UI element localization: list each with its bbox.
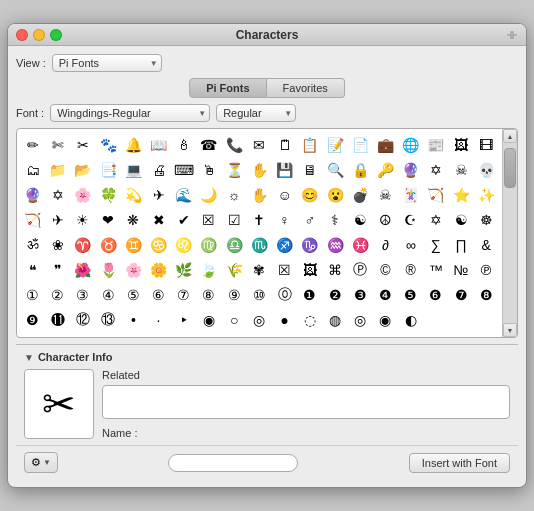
- char-cell[interactable]: ♐: [272, 232, 297, 257]
- char-cell[interactable]: ⚕: [323, 207, 348, 232]
- char-cell[interactable]: ②: [45, 282, 70, 307]
- char-cell[interactable]: ⭐: [449, 182, 474, 207]
- char-cell[interactable]: ♑: [297, 232, 322, 257]
- scroll-thumb[interactable]: [504, 148, 516, 188]
- char-cell[interactable]: ♓: [348, 232, 373, 257]
- char-cell[interactable]: ♌: [171, 232, 196, 257]
- char-cell[interactable]: ™: [423, 257, 448, 282]
- char-cell[interactable]: 📂: [70, 157, 95, 182]
- char-cell[interactable]: 💫: [121, 182, 146, 207]
- tab-pi-fonts[interactable]: Pi Fonts: [189, 78, 266, 98]
- char-cell[interactable]: ‣: [171, 307, 196, 332]
- char-cell[interactable]: ☪: [398, 207, 423, 232]
- char-cell[interactable]: 📁: [45, 157, 70, 182]
- char-cell[interactable]: ☎: [196, 132, 221, 157]
- char-cell[interactable]: ✔: [171, 207, 196, 232]
- char-cell[interactable]: 📄: [348, 132, 373, 157]
- char-cell[interactable]: 🕯: [171, 132, 196, 157]
- char-cell[interactable]: 🌸: [70, 182, 95, 207]
- char-cell[interactable]: 🌼: [146, 257, 171, 282]
- char-cell[interactable]: ✈: [45, 207, 70, 232]
- char-cell[interactable]: ♉: [96, 232, 121, 257]
- char-cell[interactable]: ∑: [423, 232, 448, 257]
- gear-settings-button[interactable]: ⚙ ▼: [24, 452, 58, 473]
- search-input[interactable]: [168, 454, 298, 472]
- char-cell[interactable]: 🗂: [20, 157, 45, 182]
- char-cell[interactable]: 🌐: [398, 132, 423, 157]
- char-cell[interactable]: ⓪: [272, 282, 297, 307]
- char-cell[interactable]: ❾: [20, 307, 45, 332]
- font-select[interactable]: Wingdings-Regular Wingdings 2 Wingdings …: [50, 104, 210, 122]
- char-cell[interactable]: ∞: [398, 232, 423, 257]
- char-cell[interactable]: ❸: [348, 282, 373, 307]
- char-cell[interactable]: 💼: [373, 132, 398, 157]
- char-cell[interactable]: ①: [20, 282, 45, 307]
- char-cell[interactable]: ◉: [196, 307, 221, 332]
- char-cell[interactable]: ○: [222, 307, 247, 332]
- char-cell[interactable]: 🖱: [196, 157, 221, 182]
- char-cell[interactable]: 🍀: [96, 182, 121, 207]
- char-cell[interactable]: 🔒: [348, 157, 373, 182]
- char-cell[interactable]: 🃏: [398, 182, 423, 207]
- char-cell[interactable]: ◍: [323, 307, 348, 332]
- char-cell[interactable]: ④: [96, 282, 121, 307]
- char-cell[interactable]: 🔮: [20, 182, 45, 207]
- char-cell[interactable]: ✡: [423, 157, 448, 182]
- char-cell[interactable]: ⌘: [323, 257, 348, 282]
- char-cell[interactable]: ♋: [146, 232, 171, 257]
- char-cell[interactable]: ✝: [247, 207, 272, 232]
- char-cell[interactable]: ✡: [423, 207, 448, 232]
- char-cell[interactable]: ❼: [449, 282, 474, 307]
- scroll-track[interactable]: [503, 143, 517, 323]
- char-cell[interactable]: ⏳: [222, 157, 247, 182]
- char-cell[interactable]: ❤: [96, 207, 121, 232]
- char-cell[interactable]: 🐾: [96, 132, 121, 157]
- char-cell[interactable]: ⑦: [171, 282, 196, 307]
- char-cell[interactable]: 🌾: [222, 257, 247, 282]
- char-cell[interactable]: ⑩: [247, 282, 272, 307]
- char-cell[interactable]: ◉: [373, 307, 398, 332]
- char-cell[interactable]: ⑤: [121, 282, 146, 307]
- char-cell[interactable]: ☒: [272, 257, 297, 282]
- char-cell[interactable]: ⑥: [146, 282, 171, 307]
- scrollbar[interactable]: ▲ ▼: [502, 129, 517, 337]
- char-cell[interactable]: 💀: [474, 157, 499, 182]
- char-cell[interactable]: ✋: [247, 182, 272, 207]
- char-cell[interactable]: ✏: [20, 132, 45, 157]
- char-cell[interactable]: ♍: [196, 232, 221, 257]
- char-cell[interactable]: 🌷: [96, 257, 121, 282]
- char-cell[interactable]: ☒: [196, 207, 221, 232]
- char-cell[interactable]: ③: [70, 282, 95, 307]
- char-cell[interactable]: 📝: [323, 132, 348, 157]
- char-cell[interactable]: ॐ: [20, 232, 45, 257]
- char-cell[interactable]: ⑫: [70, 307, 95, 332]
- char-cell[interactable]: ☸: [474, 207, 499, 232]
- char-cell[interactable]: 🎞: [474, 132, 499, 157]
- close-button[interactable]: [16, 29, 28, 41]
- char-cell[interactable]: 🗒: [272, 132, 297, 157]
- char-cell[interactable]: ◎: [247, 307, 272, 332]
- char-cell[interactable]: ✡: [45, 182, 70, 207]
- char-cell[interactable]: 📞: [222, 132, 247, 157]
- char-cell[interactable]: 🏹: [20, 207, 45, 232]
- char-cell[interactable]: ❻: [423, 282, 448, 307]
- insert-with-font-button[interactable]: Insert with Font: [409, 453, 510, 473]
- char-cell[interactable]: ✄: [45, 132, 70, 157]
- char-cell[interactable]: ❹: [373, 282, 398, 307]
- char-cell[interactable]: •: [121, 307, 146, 332]
- char-cell[interactable]: ®: [398, 257, 423, 282]
- char-cell[interactable]: 🌙: [196, 182, 221, 207]
- char-cell[interactable]: ❋: [121, 207, 146, 232]
- char-cell[interactable]: 🏹: [423, 182, 448, 207]
- char-cell[interactable]: 🖼: [449, 132, 474, 157]
- char-cell[interactable]: ☑: [222, 207, 247, 232]
- char-cell[interactable]: ♊: [121, 232, 146, 257]
- char-cell[interactable]: ♎: [222, 232, 247, 257]
- char-cell[interactable]: ©: [373, 257, 398, 282]
- char-cell[interactable]: 🌸: [121, 257, 146, 282]
- scroll-up-button[interactable]: ▲: [503, 129, 517, 143]
- char-cell[interactable]: 🌺: [70, 257, 95, 282]
- char-cell[interactable]: ☺: [272, 182, 297, 207]
- char-cell[interactable]: ◎: [348, 307, 373, 332]
- char-cell[interactable]: 🖼: [297, 257, 322, 282]
